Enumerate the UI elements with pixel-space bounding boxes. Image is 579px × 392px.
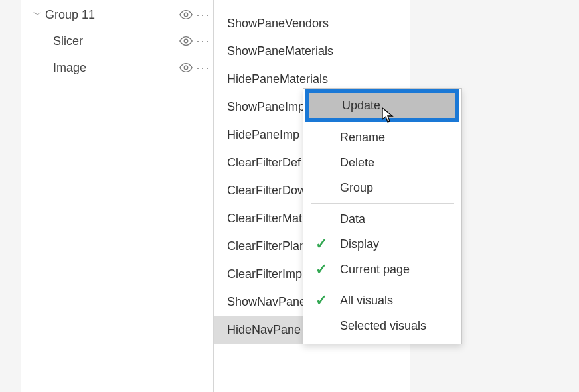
- bookmark-item[interactable]: ShowPaneMaterials: [214, 37, 410, 65]
- menu-label: Selected visuals: [340, 319, 426, 333]
- menu-label: Rename: [340, 131, 385, 145]
- menu-group[interactable]: Group: [303, 175, 461, 200]
- menu-delete[interactable]: Delete: [303, 150, 461, 175]
- selection-item-label: Image: [53, 61, 179, 75]
- svg-point-0: [184, 13, 188, 17]
- check-icon: ✓: [315, 292, 327, 309]
- menu-all-visuals[interactable]: ✓ All visuals: [303, 288, 461, 313]
- bookmark-label: HideNavPane: [227, 323, 301, 337]
- bookmark-label: ClearFilterMat: [227, 212, 302, 226]
- bookmark-context-menu: Update Rename Delete Group Data ✓ Displa…: [303, 88, 462, 344]
- menu-rename[interactable]: Rename: [303, 125, 461, 150]
- bookmark-label: ShowPaneMaterials: [227, 44, 333, 58]
- menu-display[interactable]: ✓ Display: [303, 231, 461, 257]
- menu-label: Data: [340, 212, 365, 226]
- menu-current-page[interactable]: ✓ Current page: [303, 257, 461, 282]
- menu-label: Current page: [340, 263, 410, 277]
- bookmark-label: ShowPaneVendors: [227, 17, 329, 31]
- svg-point-2: [184, 66, 188, 70]
- eye-icon[interactable]: [179, 7, 193, 22]
- bookmark-label: ShowPaneImp: [227, 100, 305, 114]
- check-icon: ✓: [315, 235, 327, 253]
- selection-item-image[interactable]: Image ···: [21, 54, 213, 81]
- menu-label: Update: [342, 99, 380, 113]
- menu-label: All visuals: [340, 294, 393, 308]
- bookmark-label: ClearFilterPlan: [227, 239, 306, 253]
- eye-icon[interactable]: [179, 60, 193, 75]
- bookmark-label: HidePaneMaterials: [227, 72, 328, 86]
- bookmark-label: HidePaneImp: [227, 128, 299, 142]
- menu-label: Display: [340, 237, 379, 251]
- menu-data[interactable]: Data: [303, 206, 461, 231]
- menu-selected-visuals[interactable]: Selected visuals: [303, 313, 461, 338]
- svg-point-1: [184, 39, 188, 43]
- bookmark-item[interactable]: ShowPaneVendors: [214, 9, 410, 37]
- more-icon[interactable]: ···: [196, 34, 210, 48]
- bookmark-label: ClearFilterImp: [227, 267, 302, 281]
- eye-icon[interactable]: [179, 34, 193, 48]
- selection-item-label: Group 11: [45, 8, 179, 22]
- more-icon[interactable]: ···: [196, 61, 210, 75]
- chevron-down-icon: ﹀: [33, 9, 45, 21]
- selection-item-slicer[interactable]: Slicer ···: [21, 28, 213, 54]
- bookmark-label: ClearFilterDow: [227, 184, 306, 198]
- selection-panel: ﹀ Group 11 ··· Slicer ··· Image ···: [21, 0, 214, 392]
- menu-label: Group: [340, 181, 373, 195]
- selection-item-label: Slicer: [53, 34, 179, 48]
- menu-separator: [311, 285, 454, 285]
- menu-label: Delete: [340, 156, 374, 170]
- menu-update[interactable]: Update: [305, 89, 459, 122]
- bookmark-label: ClearFilterDef: [227, 156, 301, 170]
- more-icon[interactable]: ···: [196, 8, 210, 22]
- check-icon: ✓: [315, 261, 327, 278]
- bookmark-label: ShowNavPane: [227, 295, 306, 309]
- selection-item-group11[interactable]: ﹀ Group 11 ···: [21, 1, 213, 28]
- menu-separator: [311, 203, 454, 204]
